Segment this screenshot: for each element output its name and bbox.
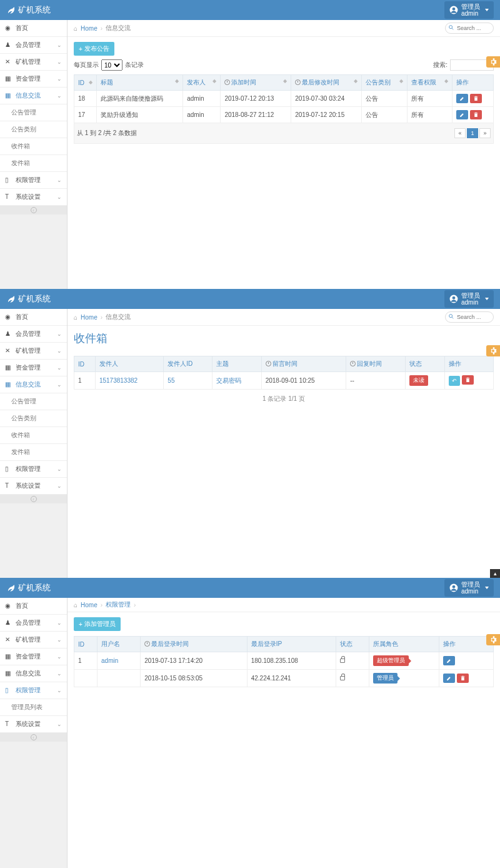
leaf-icon: [6, 583, 15, 592]
nav-member[interactable]: ♟会员管理⌄: [0, 615, 67, 632]
nav-perm[interactable]: ▯权限管理⌄: [0, 461, 67, 478]
nav-perm[interactable]: ▯权限管理⌄: [0, 682, 67, 699]
nav-miner[interactable]: ✕矿机管理⌄: [0, 343, 67, 360]
nav-member[interactable]: ♟会员管理⌄: [0, 37, 67, 54]
col-perm[interactable]: 查看权限◆: [407, 75, 452, 91]
nav-fund[interactable]: ▦资金管理⌄: [0, 71, 67, 88]
scroll-top-button[interactable]: ▴: [490, 569, 500, 578]
nav-info[interactable]: ▦信息交流⌄: [0, 376, 67, 393]
nav-member[interactable]: ♟会员管理⌄: [0, 326, 67, 343]
page-1[interactable]: 1: [467, 128, 478, 138]
crumb-home[interactable]: Home: [81, 602, 98, 608]
settings-tab[interactable]: [486, 634, 500, 645]
nav-miner[interactable]: ✕矿机管理⌄: [0, 54, 67, 71]
sidebar-collapse[interactable]: ‹: [0, 206, 67, 214]
settings-tab[interactable]: [486, 56, 500, 68]
svg-point-6: [449, 315, 452, 318]
nav-info[interactable]: ▦信息交流⌄: [0, 665, 67, 682]
clock-icon: [266, 361, 271, 366]
gear-icon: [489, 636, 497, 643]
col-author[interactable]: 发布人◆: [183, 75, 221, 91]
nav-fund[interactable]: ▦资金管理⌄: [0, 648, 67, 665]
breadcrumb-row: ⌂ Home › 信息交流: [68, 20, 500, 37]
brand[interactable]: 矿机系统: [6, 582, 51, 593]
col-user: 用户名: [98, 637, 141, 652]
sub-inbox[interactable]: 收件箱: [0, 427, 67, 444]
table-row: 1admin2019-07-13 17:14:20180.108.235.108…: [74, 652, 494, 670]
col-subject: 主题: [212, 356, 261, 372]
add-admin-button[interactable]: +添加管理员: [74, 617, 121, 631]
brand[interactable]: 矿机系统: [6, 293, 51, 305]
col-title[interactable]: 标题◆: [96, 75, 183, 91]
file-icon: ▯: [5, 176, 12, 184]
sub-ann-mgmt[interactable]: 公告管理: [0, 104, 67, 121]
crumb-home[interactable]: Home: [81, 25, 98, 32]
page-title: 收件箱: [68, 326, 500, 351]
sub-ann-mgmt[interactable]: 公告管理: [0, 393, 67, 410]
delete-button[interactable]: [470, 94, 482, 103]
col-sender: 发件人: [95, 356, 163, 372]
delete-button[interactable]: [470, 110, 482, 119]
leaf-icon: [6, 6, 15, 14]
sub-ann-type[interactable]: 公告类别: [0, 121, 67, 138]
lock-icon[interactable]: [340, 659, 345, 663]
crumb-current: 信息交流: [106, 24, 131, 33]
settings-tab[interactable]: [486, 345, 500, 356]
nav-home[interactable]: ◉首页: [0, 309, 67, 326]
nav-home[interactable]: ◉首页: [0, 598, 67, 615]
col-last-ip: 最后登录IP: [247, 637, 336, 652]
per-page-select[interactable]: 10: [101, 59, 122, 71]
search-icon: [448, 313, 454, 320]
sub-admin-list[interactable]: 管理员列表: [0, 699, 67, 716]
sub-inbox[interactable]: 收件箱: [0, 138, 67, 155]
subject-link[interactable]: 交易密码: [216, 377, 241, 384]
nav-sys[interactable]: T系统设置⌄: [0, 716, 67, 733]
user-menu[interactable]: 管理员admin: [444, 290, 494, 308]
edit-button[interactable]: [456, 110, 468, 119]
col-add-time[interactable]: 添加时间◆: [221, 75, 291, 91]
user-menu[interactable]: 管理员admin: [444, 579, 494, 597]
sub-outbox[interactable]: 发件箱: [0, 155, 67, 172]
nav-info[interactable]: ▦信息交流⌄: [0, 88, 67, 104]
chevron-down-icon: ⌄: [57, 59, 62, 65]
edit-button[interactable]: [456, 94, 468, 103]
svg-point-2: [449, 26, 452, 29]
edit-button[interactable]: [443, 674, 455, 683]
col-mod-time[interactable]: 最后修改时间◆: [291, 75, 362, 91]
clock-icon: [144, 641, 150, 647]
col-op: 操作: [445, 356, 494, 372]
sender-id-link[interactable]: 55: [168, 377, 174, 384]
col-id[interactable]: ID◆: [74, 75, 97, 91]
user-icon: [449, 6, 458, 14]
delete-button[interactable]: [457, 674, 469, 683]
reply-button[interactable]: ↶: [449, 376, 460, 386]
sub-ann-type[interactable]: 公告类别: [0, 410, 67, 427]
topbar: 矿机系统 管理员admin: [0, 578, 500, 598]
page-prev[interactable]: «: [454, 128, 466, 138]
sub-outbox[interactable]: 发件箱: [0, 444, 67, 461]
crumb-perm[interactable]: 权限管理: [106, 600, 131, 609]
crumb-home[interactable]: Home: [81, 314, 98, 321]
sidebar-collapse[interactable]: ‹: [0, 495, 67, 503]
svg-point-5: [452, 296, 456, 300]
col-cat[interactable]: 公告类别◆: [362, 75, 407, 91]
lock-icon[interactable]: [340, 676, 345, 680]
sender-link[interactable]: 15173813382: [99, 377, 138, 384]
brand[interactable]: 矿机系统: [6, 4, 51, 16]
user-menu[interactable]: 管理员admin: [444, 1, 494, 19]
nav-perm[interactable]: ▯权限管理⌄: [0, 172, 67, 189]
leaf-icon: [6, 295, 15, 303]
edit-button[interactable]: [443, 656, 455, 665]
page-next[interactable]: »: [479, 128, 491, 138]
sidebar-collapse[interactable]: ‹: [0, 733, 67, 742]
nav-home[interactable]: ◉首页: [0, 20, 67, 37]
user-link[interactable]: admin: [101, 657, 118, 664]
announcement-table: ID◆ 标题◆ 发布人◆ 添加时间◆ 最后修改时间◆ 公告类别◆ 查看权限◆ 操…: [74, 74, 494, 123]
nav-sys[interactable]: T系统设置⌄: [0, 478, 67, 495]
nav-fund[interactable]: ▦资金管理⌄: [0, 360, 67, 376]
nav-sys[interactable]: T系统设置⌄: [0, 189, 67, 206]
publish-button[interactable]: +发布公告: [74, 42, 114, 56]
col-sender-id: 发件人ID: [164, 356, 212, 372]
delete-button[interactable]: [462, 375, 474, 385]
nav-miner[interactable]: ✕矿机管理⌄: [0, 632, 67, 648]
